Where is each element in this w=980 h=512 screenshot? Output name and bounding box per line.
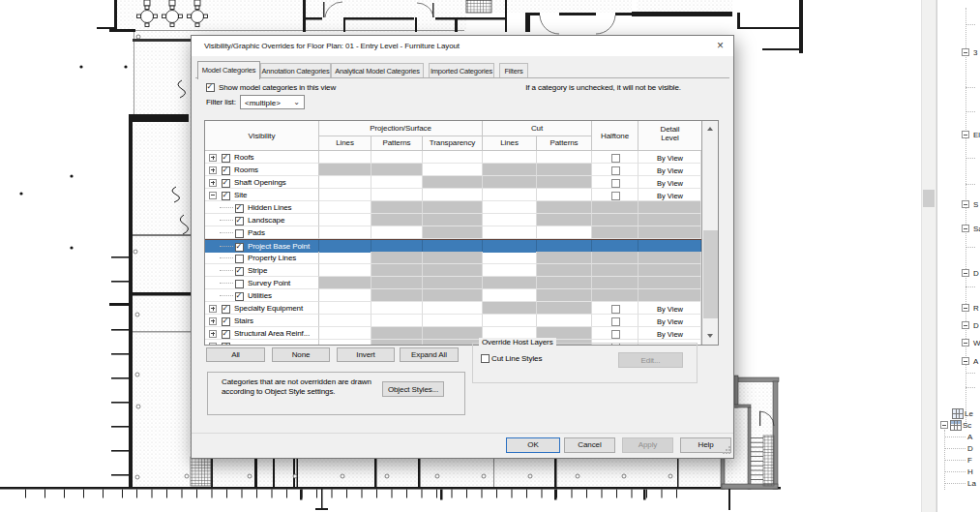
override-cell[interactable] bbox=[483, 264, 537, 277]
expand-icon[interactable] bbox=[209, 330, 217, 338]
override-cell[interactable] bbox=[371, 327, 423, 340]
override-cell[interactable] bbox=[423, 214, 483, 226]
override-cell[interactable] bbox=[537, 302, 592, 315]
scroll-up-button[interactable] bbox=[702, 121, 718, 136]
override-cell[interactable] bbox=[592, 201, 638, 214]
all-button[interactable]: All bbox=[206, 347, 265, 362]
expand-all-button[interactable]: Expand All bbox=[400, 347, 459, 362]
col-cut[interactable]: Cut bbox=[483, 121, 592, 136]
override-cell[interactable] bbox=[371, 201, 423, 214]
col-ps-transparency[interactable]: Transparency bbox=[423, 136, 483, 151]
col-cut-lines[interactable]: Lines bbox=[483, 136, 537, 151]
tab-annotation-categories[interactable]: Annotation Categories bbox=[260, 63, 331, 78]
override-cell[interactable] bbox=[319, 151, 371, 164]
tree-collapse-icon[interactable] bbox=[962, 200, 969, 208]
override-cell[interactable] bbox=[319, 189, 371, 201]
tree-item-label[interactable]: 3 bbox=[973, 48, 977, 57]
override-cell[interactable] bbox=[319, 252, 371, 264]
tree-item-label[interactable]: A bbox=[973, 357, 978, 366]
close-icon[interactable]: × bbox=[712, 38, 728, 54]
detail-level-value[interactable]: By View bbox=[638, 330, 701, 339]
expand-icon[interactable] bbox=[209, 154, 217, 162]
override-cell[interactable] bbox=[319, 214, 371, 226]
override-cell[interactable] bbox=[638, 264, 701, 277]
override-cell[interactable] bbox=[537, 201, 592, 214]
row-visibility-checkbox[interactable] bbox=[235, 280, 244, 288]
row-visibility-checkbox[interactable]: ✓ bbox=[222, 305, 230, 314]
halftone-checkbox[interactable] bbox=[611, 166, 620, 175]
override-cell[interactable] bbox=[423, 226, 483, 239]
col-cut-patterns[interactable]: Patterns bbox=[537, 136, 592, 151]
halftone-checkbox[interactable] bbox=[611, 192, 620, 200]
override-cell[interactable] bbox=[319, 264, 371, 277]
expand-icon[interactable] bbox=[209, 166, 217, 174]
override-cell[interactable] bbox=[319, 277, 371, 289]
tree-item-label[interactable]: W bbox=[973, 339, 980, 347]
table-row[interactable]: ✓StairsBy View bbox=[205, 315, 701, 327]
detail-level-value[interactable]: By View bbox=[638, 192, 701, 200]
override-cell[interactable] bbox=[371, 176, 423, 189]
override-cell[interactable] bbox=[638, 226, 701, 239]
override-cell[interactable] bbox=[371, 289, 423, 302]
col-halftone[interactable]: Halftone bbox=[592, 121, 638, 151]
none-button[interactable]: None bbox=[272, 347, 330, 362]
override-cell[interactable] bbox=[483, 226, 537, 239]
tree-item-label[interactable]: Sc bbox=[963, 421, 971, 430]
override-cell[interactable] bbox=[319, 340, 371, 345]
override-cell[interactable] bbox=[319, 176, 371, 189]
override-cell[interactable] bbox=[371, 226, 423, 239]
detail-level-value[interactable]: By View bbox=[638, 179, 701, 188]
tree-item-label[interactable]: S bbox=[973, 200, 978, 209]
override-cell[interactable] bbox=[423, 289, 483, 302]
override-cell[interactable] bbox=[592, 252, 638, 264]
row-visibility-checkbox[interactable]: ✓ bbox=[235, 292, 244, 301]
tree-item-label[interactable]: D bbox=[973, 269, 979, 278]
override-cell[interactable] bbox=[592, 289, 638, 302]
row-visibility-checkbox[interactable] bbox=[235, 255, 244, 263]
override-cell[interactable] bbox=[371, 214, 423, 226]
tab-imported-categories[interactable]: Imported Categories bbox=[429, 63, 494, 78]
override-cell[interactable] bbox=[537, 176, 592, 189]
show-model-categories-checkbox[interactable]: ✓ bbox=[206, 83, 215, 92]
halftone-checkbox[interactable] bbox=[611, 154, 620, 163]
tree-collapse-icon[interactable] bbox=[962, 48, 969, 56]
override-cell[interactable] bbox=[371, 151, 423, 164]
row-visibility-checkbox[interactable]: ✓ bbox=[222, 154, 230, 163]
override-cell[interactable] bbox=[423, 327, 483, 340]
override-cell[interactable] bbox=[483, 302, 537, 315]
override-cell[interactable] bbox=[537, 277, 592, 289]
expand-icon[interactable] bbox=[209, 343, 217, 346]
tree-item-label[interactable]: D bbox=[967, 444, 973, 453]
override-cell[interactable] bbox=[371, 189, 423, 201]
filter-list-dropdown[interactable]: <multiple> ⌄ bbox=[240, 95, 305, 109]
override-cell[interactable] bbox=[483, 315, 537, 327]
tab-analytical-model-categories[interactable]: Analytical Model Categories bbox=[331, 63, 424, 78]
override-cell[interactable] bbox=[537, 315, 592, 327]
tree-item-label[interactable]: Le bbox=[965, 409, 973, 418]
override-cell[interactable] bbox=[423, 201, 483, 214]
override-cell[interactable] bbox=[319, 226, 371, 239]
override-cell[interactable] bbox=[638, 214, 701, 226]
table-row[interactable]: ✓Project Base Point bbox=[205, 239, 701, 252]
col-projection-surface[interactable]: Projection/Surface bbox=[319, 121, 483, 136]
table-row[interactable]: ✓Shaft OpeningsBy View bbox=[205, 176, 701, 189]
edit-button[interactable]: Edit... bbox=[618, 352, 683, 368]
canvas-scrollbar-thumb[interactable] bbox=[923, 190, 935, 207]
override-cell[interactable] bbox=[483, 252, 537, 264]
override-cell[interactable] bbox=[319, 201, 371, 214]
override-cell[interactable] bbox=[483, 189, 537, 201]
override-cell[interactable] bbox=[483, 164, 537, 176]
invert-button[interactable]: Invert bbox=[337, 347, 395, 362]
detail-level-value[interactable]: By View bbox=[638, 154, 701, 163]
tree-collapse-icon[interactable] bbox=[962, 357, 969, 365]
override-cell[interactable] bbox=[592, 226, 638, 239]
table-row[interactable]: ✓SiteBy View bbox=[205, 189, 701, 201]
expand-icon[interactable] bbox=[209, 179, 217, 187]
table-row[interactable]: ✓RoofsBy View bbox=[205, 151, 701, 164]
collapse-icon[interactable] bbox=[209, 192, 217, 199]
tab-filters[interactable]: Filters bbox=[499, 63, 528, 78]
override-cell[interactable] bbox=[483, 214, 537, 226]
tree-item-label[interactable]: Sa bbox=[973, 225, 980, 233]
tree-item-label[interactable]: H bbox=[967, 467, 973, 476]
override-cell[interactable] bbox=[483, 151, 537, 164]
